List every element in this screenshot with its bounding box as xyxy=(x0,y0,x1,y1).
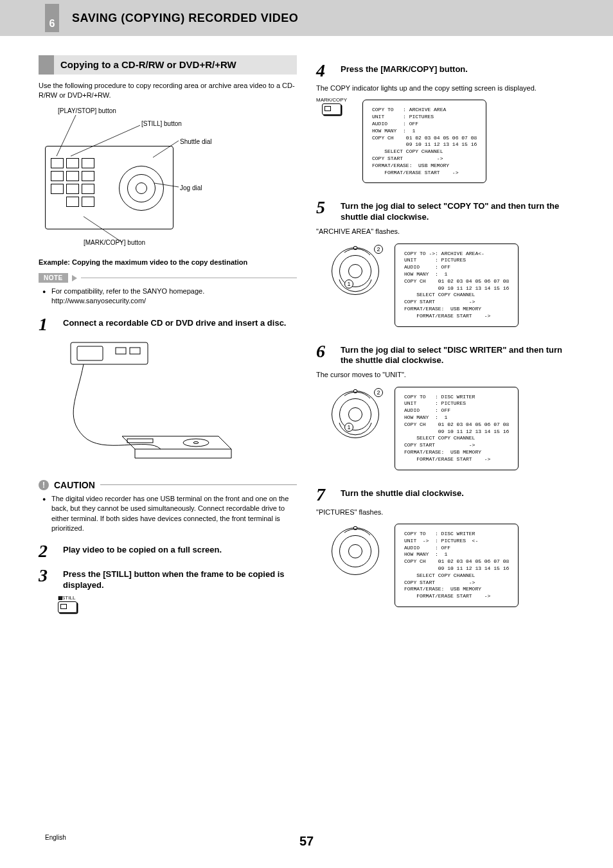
step-title: Turn the jog dial to select "DISC WRITER… xyxy=(341,345,574,367)
step-number: 1 xyxy=(39,315,55,333)
step-number: 5 xyxy=(316,199,333,217)
step-number: 2 xyxy=(39,542,55,560)
note-list: For compatibility, refer to the SANYO ho… xyxy=(39,287,297,306)
step-4-row: MARK/COPY COPY TO : ARCHIVE AREA UNIT : … xyxy=(316,97,574,192)
svg-rect-7 xyxy=(116,348,126,354)
dvr-outline xyxy=(45,146,173,229)
caution-list: The digital video recorder has one USB t… xyxy=(39,494,297,534)
caution-divider xyxy=(100,484,297,485)
dvr-panel-diagram: [PLAY/STOP] button [STILL] button Shuttl… xyxy=(45,107,297,249)
svg-rect-8 xyxy=(130,348,140,354)
step-3: 3 Press the [STILL] button when the fram… xyxy=(39,567,297,591)
step-number: 4 xyxy=(316,62,333,80)
caution-item: The digital video recorder has one USB t… xyxy=(42,494,297,534)
chapter-header: 6 SAVING (COPYING) RECORDED VIDEO xyxy=(0,0,613,36)
step-6-body: The cursor moves to "UNIT". xyxy=(316,370,574,380)
step-title: Press the [STILL] button when the frame … xyxy=(63,569,297,591)
still-button-label: STILL xyxy=(62,595,75,601)
svg-rect-11 xyxy=(127,439,153,443)
step-number: 3 xyxy=(39,567,55,585)
step-number: 7 xyxy=(316,486,333,504)
step-2: 2 Play video to be copied on a full scre… xyxy=(39,542,297,560)
osd-screen-4: COPY TO : ARCHIVE AREA UNIT : PICTURES A… xyxy=(362,100,486,183)
step-7: 7 Turn the shuttle dial clockwise. xyxy=(316,486,574,504)
step-7-row: COPY TO : DISC WRITER UNIT -> : PICTURES… xyxy=(316,521,574,616)
right-column: 4 Press the [MARK/COPY] button. The COPY… xyxy=(316,55,574,623)
note-badge: NOTE xyxy=(39,273,68,283)
step-5: 5 Turn the jog dial to select "COPY TO" … xyxy=(316,199,574,223)
button-grid xyxy=(51,158,94,207)
note-item: For compatibility, refer to the SANYO ho… xyxy=(42,287,297,306)
step-number: 6 xyxy=(316,342,333,360)
note-arrow-icon xyxy=(72,275,77,281)
chapter-title: SAVING (COPYING) RECORDED VIDEO xyxy=(72,12,298,25)
step-title: Turn the shuttle dial clockwise. xyxy=(341,488,464,499)
note-divider xyxy=(81,278,297,278)
step-4: 4 Press the [MARK/COPY] button. xyxy=(316,62,574,80)
jog-label: Jog dial xyxy=(180,184,202,191)
shuttle-arrow-icon xyxy=(332,527,524,624)
jog-arrows-icon xyxy=(332,391,524,487)
step-1: 1 Connect a recordable CD or DVD drive a… xyxy=(39,315,297,333)
step-title: Play video to be copied on a full screen… xyxy=(63,545,222,556)
mark-copy-button-label: MARK/COPY xyxy=(316,97,347,103)
caution-icon: ! xyxy=(39,480,49,490)
step-title: Press the [MARK/COPY] button. xyxy=(341,64,468,75)
page-footer: English 57 xyxy=(0,834,613,849)
jog-dial-illustration: 2 1 xyxy=(332,247,379,295)
shuttle-dial-illustration xyxy=(332,527,379,575)
svg-point-10 xyxy=(193,441,199,443)
step-title: Turn the jog dial to select "COPY TO" an… xyxy=(341,201,574,223)
left-column: Copying to a CD-R/RW or DVD+R/+RW Use th… xyxy=(39,55,297,623)
shuttle-label: Shuttle dial xyxy=(180,138,211,145)
mark-copy-label: [MARK/COPY] button xyxy=(84,239,145,246)
step-6: 6 Turn the jog dial to select "DISC WRIT… xyxy=(316,342,574,367)
caution-label: CAUTION xyxy=(54,480,95,490)
still-button-illustration: ▮▮STILL xyxy=(58,595,96,613)
content-columns: Copying to a CD-R/RW or DVD+R/+RW Use th… xyxy=(0,36,613,623)
example-heading: Example: Copying the maximum video to th… xyxy=(39,258,297,267)
step-4-body: The COPY indicator lights up and the cop… xyxy=(316,84,574,93)
drive-illustration xyxy=(58,340,238,468)
section-title: Copying to a CD-R/RW or DVD+R/+RW xyxy=(39,55,297,75)
play-stop-label: [PLAY/STOP] button xyxy=(58,107,116,114)
jog-dial-illustration: 2 1 xyxy=(332,391,379,438)
footer-page-number: 57 xyxy=(299,834,314,849)
note-header: NOTE xyxy=(39,273,297,283)
mark-copy-button-illustration: MARK/COPY xyxy=(316,97,347,115)
step-5-row: 2 1 COPY TO ->: ARCHIVE AREA<- UNIT : PI… xyxy=(316,241,574,336)
caution-header: ! CAUTION xyxy=(39,480,297,490)
still-label: [STILL] button xyxy=(141,120,182,127)
step-title: Connect a recordable CD or DVD drive and… xyxy=(63,318,286,329)
jog-arrows-icon xyxy=(332,247,524,344)
chapter-number-tab: 6 xyxy=(45,4,59,32)
svg-rect-6 xyxy=(77,346,103,360)
manual-page: 6 SAVING (COPYING) RECORDED VIDEO Copyin… xyxy=(0,0,613,868)
step-6-row: 2 1 COPY TO : DISC WRITER UNIT : PICTURE… xyxy=(316,384,574,479)
svg-point-9 xyxy=(183,439,209,447)
svg-rect-5 xyxy=(71,342,148,364)
step-5-body: "ARCHIVE AREA" flashes. xyxy=(316,227,574,236)
jog-center-icon xyxy=(136,182,147,194)
step-7-body: "PICTURES" flashes. xyxy=(316,508,574,517)
footer-language: English xyxy=(45,834,66,841)
intro-text: Use the following procedure to copy reco… xyxy=(39,81,297,101)
